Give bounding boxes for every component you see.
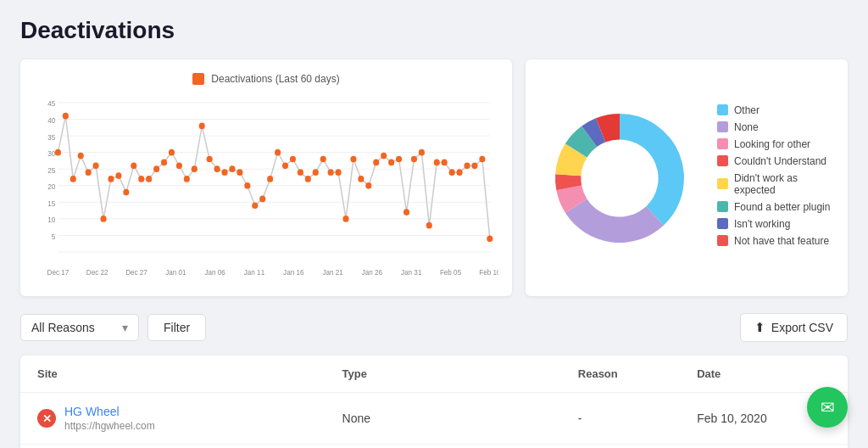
svg-text:Dec 17: Dec 17 [47, 268, 70, 277]
svg-text:Jan 01: Jan 01 [165, 268, 186, 277]
svg-point-75 [388, 160, 394, 166]
svg-point-34 [78, 153, 84, 160]
legend-color-swatch [717, 235, 728, 246]
svg-point-45 [161, 160, 167, 166]
legend-color-swatch [717, 138, 728, 149]
chat-fab-button[interactable]: ✉ [807, 387, 848, 428]
legend-color-swatch [717, 155, 728, 166]
filter-button[interactable]: Filter [147, 314, 206, 341]
legend-label: Not have that feature [734, 235, 829, 247]
line-chart-card: Deactivations (Last 60 days) 51015202530… [20, 59, 512, 296]
legend-item: Didn't work as expected [717, 172, 834, 196]
line-chart-svg: 51015202530354045Dec 17Dec 22Dec 27Jan 0… [34, 93, 498, 280]
svg-point-46 [169, 149, 175, 156]
remove-icon[interactable]: ✕ [37, 409, 56, 428]
svg-point-78 [411, 156, 417, 163]
site-cell: ✕ Dealmart BD https://www.dealmartbd.com [20, 445, 326, 449]
date-cell: Feb 10, 2020 [680, 445, 848, 449]
svg-point-32 [63, 113, 69, 120]
legend-color-swatch [717, 104, 728, 115]
svg-text:20: 20 [47, 182, 55, 191]
svg-text:5: 5 [52, 232, 56, 241]
email-icon: ✉ [821, 397, 835, 417]
svg-point-79 [419, 149, 425, 156]
reasons-dropdown[interactable]: All Reasons ▾ [20, 314, 139, 341]
export-csv-button[interactable]: ⬆ Export CSV [740, 313, 848, 342]
legend-color-swatch [717, 201, 728, 212]
type-cell: None [326, 393, 561, 445]
svg-point-71 [358, 176, 364, 182]
col-type: Type [326, 356, 561, 393]
legend-label: Other [734, 104, 760, 116]
site-name[interactable]: HG Wheel [64, 405, 155, 418]
table-row: ✕ HG Wheel https://hgwheel.com None-Feb … [20, 393, 848, 445]
svg-text:Dec 27: Dec 27 [125, 268, 147, 277]
svg-text:Dec 22: Dec 22 [86, 268, 108, 277]
svg-point-41 [131, 162, 136, 169]
svg-point-82 [442, 160, 448, 166]
dropdown-label: All Reasons [31, 321, 95, 334]
legend-label: Found a better plugin [734, 201, 830, 213]
svg-point-51 [207, 156, 213, 163]
svg-point-81 [434, 160, 440, 166]
svg-point-59 [267, 176, 273, 182]
svg-text:35: 35 [47, 132, 55, 141]
svg-text:Jan 11: Jan 11 [244, 268, 265, 277]
svg-point-48 [184, 176, 190, 182]
svg-point-64 [305, 176, 311, 182]
charts-row: Deactivations (Last 60 days) 51015202530… [20, 59, 848, 296]
svg-point-86 [471, 162, 477, 169]
svg-point-37 [100, 216, 106, 222]
line-chart-legend: Deactivations (Last 60 days) [34, 73, 498, 85]
svg-point-58 [259, 196, 265, 203]
line-chart-legend-label: Deactivations (Last 60 days) [211, 73, 339, 85]
svg-point-56 [244, 182, 250, 189]
donut-svg [539, 98, 700, 259]
svg-text:Jan 26: Jan 26 [362, 268, 383, 277]
svg-point-54 [229, 165, 235, 172]
export-label: Export CSV [771, 321, 833, 334]
svg-point-42 [138, 176, 144, 182]
site-cell: ✕ HG Wheel https://hgwheel.com [20, 393, 326, 445]
svg-point-39 [115, 172, 121, 179]
reason-cell: - [561, 393, 680, 445]
svg-point-68 [336, 169, 342, 176]
svg-point-83 [449, 169, 455, 176]
svg-point-74 [381, 153, 387, 160]
svg-point-36 [93, 162, 99, 169]
svg-point-69 [342, 216, 348, 222]
site-url: https://hgwheel.com [64, 420, 155, 432]
legend-item: Couldn't Understand [717, 155, 834, 167]
deactivations-table: Site Type Reason Date ✕ HG Wheel https:/… [20, 356, 848, 448]
svg-point-73 [373, 160, 379, 166]
legend-item: Found a better plugin [717, 201, 834, 213]
reason-cell: - [561, 445, 680, 449]
legend-item: Not have that feature [717, 235, 834, 247]
svg-text:15: 15 [47, 199, 55, 207]
legend-label: Couldn't Understand [734, 155, 826, 167]
svg-point-44 [153, 165, 159, 172]
svg-text:Feb 10: Feb 10 [479, 268, 498, 277]
legend-label: Looking for other [734, 138, 810, 150]
svg-point-87 [479, 156, 485, 163]
col-site: Site [20, 356, 326, 393]
svg-text:Feb 05: Feb 05 [440, 268, 462, 277]
legend-item: Isn't working [717, 218, 834, 230]
svg-point-55 [236, 169, 242, 176]
svg-point-40 [123, 189, 129, 196]
svg-text:25: 25 [47, 165, 55, 174]
svg-point-50 [199, 123, 205, 130]
svg-point-31 [55, 149, 61, 156]
col-reason: Reason [561, 356, 680, 393]
svg-point-70 [350, 156, 356, 163]
svg-point-72 [365, 182, 371, 189]
upload-icon: ⬆ [754, 320, 765, 335]
legend-label: Didn't work as expected [734, 172, 834, 196]
svg-text:40: 40 [47, 116, 55, 125]
donut-chart-card: OtherNoneLooking for otherCouldn't Under… [526, 59, 848, 296]
type-cell: Found a better plugin [326, 445, 561, 449]
svg-text:30: 30 [47, 149, 55, 158]
svg-point-52 [214, 165, 220, 172]
table-body: ✕ HG Wheel https://hgwheel.com None-Feb … [20, 393, 848, 449]
donut-legend: OtherNoneLooking for otherCouldn't Under… [717, 104, 834, 252]
